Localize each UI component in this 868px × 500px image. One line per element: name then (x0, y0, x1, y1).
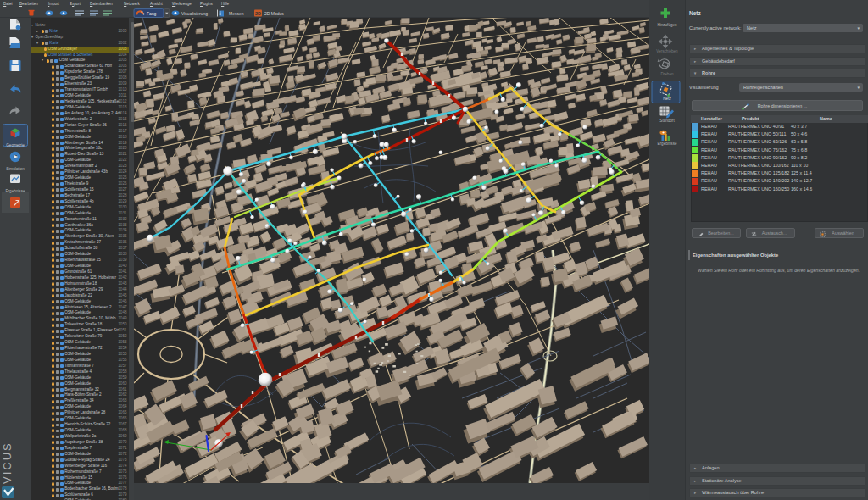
svg-text:2D: 2D (255, 11, 261, 16)
